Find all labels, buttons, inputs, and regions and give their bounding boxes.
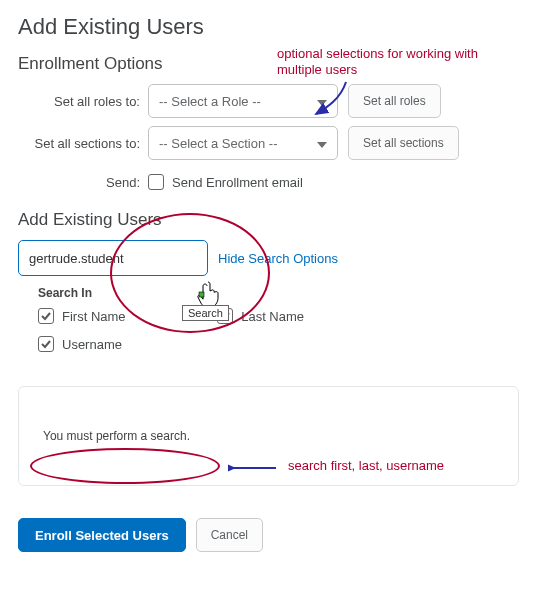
search-tooltip: Search (182, 305, 229, 321)
page-title: Add Existing Users (18, 14, 519, 40)
annotation-top: optional selections for working with mul… (277, 46, 507, 77)
label-roles: Set all roles to: (18, 94, 148, 109)
search-input[interactable] (19, 251, 207, 266)
chevron-down-icon (317, 136, 327, 151)
set-all-roles-button[interactable]: Set all roles (348, 84, 441, 118)
annotation-bottom: search first, last, username (288, 458, 444, 473)
check-last-name[interactable]: Last Name (217, 308, 304, 324)
hide-search-options-link[interactable]: Hide Search Options (218, 251, 338, 266)
label-send: Send: (18, 175, 148, 190)
search-button[interactable] (207, 241, 208, 275)
cancel-button[interactable]: Cancel (196, 518, 263, 552)
select-section[interactable]: -- Select a Section -- (148, 126, 338, 160)
label-sections: Set all sections to: (18, 136, 148, 151)
send-email-label: Send Enrollment email (172, 175, 303, 190)
select-role-value: -- Select a Role -- (159, 94, 261, 109)
search-in-legend: Search In (38, 286, 519, 300)
check-username[interactable]: Username (38, 336, 122, 352)
arrow-bottom-icon (228, 460, 278, 476)
must-search-text: You must perform a search. (43, 429, 190, 443)
send-email-checkbox[interactable]: Send Enrollment email (148, 174, 303, 190)
arrow-top-icon (310, 80, 350, 118)
search-box[interactable] (18, 240, 208, 276)
add-existing-users-title: Add Existing Users (18, 210, 519, 230)
select-section-value: -- Select a Section -- (159, 136, 278, 151)
set-all-sections-button[interactable]: Set all sections (348, 126, 459, 160)
check-first-name[interactable]: First Name (38, 308, 126, 324)
enroll-selected-users-button[interactable]: Enroll Selected Users (18, 518, 186, 552)
